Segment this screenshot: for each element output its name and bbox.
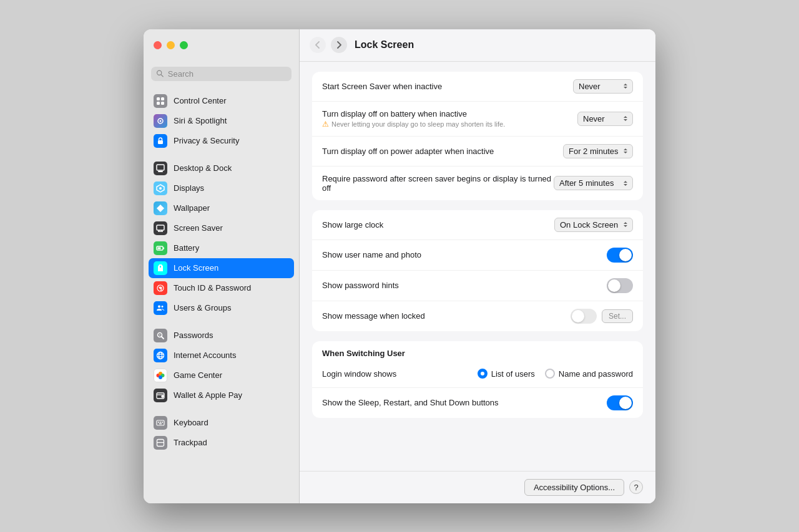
require-password-label: Require password after screen saver begi… — [322, 174, 554, 193]
sidebar-item-siri-spotlight[interactable]: Siri & Spotlight — [149, 111, 294, 131]
sidebar-list: Control Center Siri & Spotlight — [144, 89, 299, 503]
turn-display-off-battery-warning: ⚠ Never letting your display go to sleep… — [322, 120, 577, 128]
warning-text: Never letting your display go to sleep m… — [331, 120, 505, 128]
switching-user-heading: When Switching User — [312, 341, 643, 360]
setting-row-turn-display-off-power: Turn display off on power adapter when i… — [312, 137, 643, 167]
control-center-icon — [154, 94, 167, 108]
sidebar-item-displays[interactable]: Displays — [149, 178, 294, 198]
sidebar-label-users-groups: Users & Groups — [174, 303, 231, 312]
turn-display-off-power-dropdown[interactable]: For 2 minutes Never 1 minute 5 minutes — [563, 144, 633, 158]
sidebar-item-trackpad[interactable]: Trackpad — [149, 433, 294, 453]
svg-point-22 — [160, 288, 161, 289]
sidebar-item-desktop-dock[interactable]: Desktop & Dock — [149, 158, 294, 178]
setting-row-require-password: Require password after screen saver begi… — [312, 167, 643, 200]
setting-row-show-user-name: Show user name and photo — [312, 240, 643, 271]
radio-list-of-users-circle — [478, 369, 488, 379]
privacy-security-icon — [154, 134, 167, 148]
close-button[interactable] — [154, 41, 162, 49]
radio-name-and-password-label: Name and password — [559, 369, 633, 379]
sidebar-item-wallpaper[interactable]: Wallpaper — [149, 198, 294, 218]
show-sleep-restart-toggle[interactable] — [607, 395, 633, 410]
bottom-bar: Accessibility Options... ? — [300, 471, 655, 503]
radio-name-and-password[interactable]: Name and password — [545, 369, 633, 379]
require-password-dropdown[interactable]: After 5 minutes Immediately After 1 minu… — [554, 176, 633, 190]
svg-rect-18 — [158, 247, 161, 249]
svg-point-29 — [159, 352, 162, 359]
show-user-name-label: Show user name and photo — [322, 250, 607, 259]
svg-point-24 — [162, 306, 164, 307]
internet-accounts-icon — [154, 349, 167, 362]
login-window-label: Login window shows — [322, 369, 478, 379]
svg-rect-3 — [161, 97, 164, 100]
forward-button[interactable] — [331, 37, 347, 53]
page-title: Lock Screen — [355, 39, 414, 51]
setting-row-start-screen-saver: Start Screen Saver when inactive Never 1… — [312, 72, 643, 102]
clock-section: Show large clock On Lock Screen When Unl… — [312, 210, 643, 331]
maximize-button[interactable] — [180, 41, 188, 49]
sidebar-item-battery[interactable]: Battery — [149, 238, 294, 258]
lock-screen-icon — [154, 261, 167, 275]
svg-rect-12 — [157, 225, 164, 230]
set-message-button[interactable]: Set... — [602, 309, 633, 323]
divider-3 — [149, 405, 294, 413]
sidebar-label-passwords: Passwords — [174, 331, 213, 340]
sidebar-item-users-groups[interactable]: Users & Groups — [149, 298, 294, 318]
show-password-hints-control — [607, 278, 633, 293]
switching-user-section: When Switching User Login window shows L… — [312, 341, 643, 418]
sidebar-item-game-center[interactable]: Game Center — [149, 365, 294, 385]
accessibility-options-button[interactable]: Accessibility Options... — [524, 479, 624, 496]
svg-rect-10 — [158, 171, 163, 172]
users-groups-icon — [154, 301, 167, 315]
sidebar-label-screen-saver: Screen Saver — [174, 223, 223, 233]
show-sleep-restart-control — [607, 395, 633, 410]
sidebar-label-keyboard: Keyboard — [174, 418, 208, 427]
svg-point-35 — [159, 375, 162, 379]
help-button[interactable]: ? — [629, 480, 643, 494]
svg-point-20 — [160, 269, 161, 270]
touch-id-icon — [154, 281, 167, 295]
turn-display-off-power-label: Turn display off on power adapter when i… — [322, 147, 563, 156]
radio-list-of-users[interactable]: List of users — [478, 369, 535, 379]
wallpaper-icon — [154, 201, 167, 215]
sidebar-label-internet-accounts: Internet Accounts — [174, 351, 236, 360]
sidebar-item-wallet[interactable]: Wallet & Apple Pay — [149, 385, 294, 405]
svg-rect-8 — [158, 140, 163, 144]
sidebar-label-control-center: Control Center — [174, 96, 227, 105]
svg-line-1 — [161, 75, 163, 77]
svg-rect-17 — [164, 247, 165, 249]
show-user-name-toggle[interactable] — [607, 248, 633, 263]
show-large-clock-dropdown[interactable]: On Lock Screen When Unlocked Always Neve… — [554, 218, 633, 232]
passwords-icon — [154, 329, 167, 342]
game-center-icon — [154, 369, 167, 382]
start-screen-saver-dropdown[interactable]: Never 1 minute 2 minutes 5 minutes 10 mi… — [573, 79, 633, 94]
sidebar-item-touch-id[interactable]: Touch ID & Password — [149, 278, 294, 298]
minimize-button[interactable] — [167, 41, 175, 49]
svg-line-26 — [162, 336, 164, 339]
show-message-control: Set... — [571, 309, 633, 324]
sidebar-label-displays: Displays — [174, 183, 204, 193]
sidebar-label-siri-spotlight: Siri & Spotlight — [174, 116, 227, 125]
sidebar-item-control-center[interactable]: Control Center — [149, 91, 294, 111]
show-password-hints-toggle-knob — [608, 279, 620, 292]
back-button[interactable] — [310, 37, 326, 53]
system-preferences-window: Control Center Siri & Spotlight — [144, 29, 655, 503]
show-message-toggle[interactable] — [571, 309, 597, 324]
display-section: Start Screen Saver when inactive Never 1… — [312, 72, 643, 200]
show-password-hints-toggle[interactable] — [607, 278, 633, 293]
sidebar-item-keyboard[interactable]: Keyboard — [149, 413, 294, 433]
search-input[interactable] — [168, 69, 287, 79]
turn-display-off-battery-label-block: Turn display off on battery when inactiv… — [322, 109, 577, 128]
sidebar-item-internet-accounts[interactable]: Internet Accounts — [149, 346, 294, 365]
search-bar[interactable] — [151, 67, 292, 81]
svg-point-11 — [159, 187, 162, 190]
sidebar-item-lock-screen[interactable]: Lock Screen — [149, 258, 294, 278]
svg-point-7 — [160, 120, 162, 122]
battery-icon — [154, 241, 167, 255]
turn-display-off-battery-dropdown[interactable]: Never 1 minute 2 minutes 5 minutes — [577, 112, 633, 126]
show-password-hints-label: Show password hints — [322, 281, 607, 290]
sidebar-item-screen-saver[interactable]: Screen Saver — [149, 218, 294, 238]
trackpad-icon — [154, 436, 167, 450]
sidebar-item-passwords[interactable]: Passwords — [149, 326, 294, 346]
sidebar-item-privacy-security[interactable]: Privacy & Security — [149, 131, 294, 151]
turn-display-off-battery-label: Turn display off on battery when inactiv… — [322, 109, 577, 118]
